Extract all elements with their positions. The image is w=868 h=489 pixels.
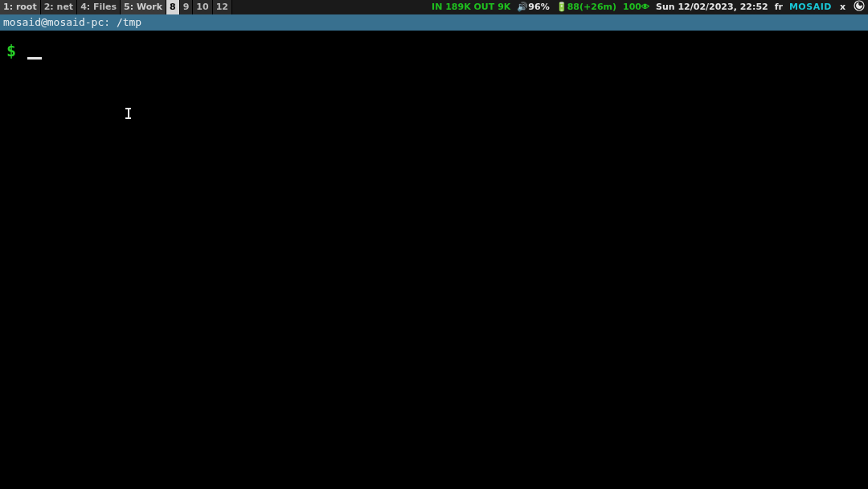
workspace-8[interactable]: 8: [166, 0, 180, 14]
clock: Sun 12/02/2023, 22:52: [656, 0, 768, 14]
mouse-pointer-icon: [125, 108, 131, 119]
tray-x[interactable]: x: [838, 0, 847, 14]
workspace-12[interactable]: 12: [213, 0, 232, 14]
obs-tray-icon[interactable]: [854, 0, 865, 14]
workspace-9[interactable]: 9: [180, 0, 194, 14]
volume-status[interactable]: 🔊96%: [517, 0, 549, 14]
battery-status: 🔋88(+26m): [556, 0, 616, 14]
workspace-10[interactable]: 10: [193, 0, 212, 14]
window-title: mosaid@mosaid-pc: /tmp: [0, 14, 868, 31]
terminal[interactable]: $: [0, 31, 868, 489]
network-status: IN 189K OUT 9K: [432, 0, 510, 14]
brightness-value: 100: [623, 2, 641, 12]
keyboard-layout[interactable]: fr: [775, 0, 783, 14]
text-cursor: [27, 45, 42, 60]
shell-prompt-symbol: $: [6, 42, 16, 60]
brightness-status: 100👁: [623, 0, 649, 14]
workspace-switcher: 1: root 2: net 4: Files 5: Work 8 9 10 1…: [0, 0, 232, 14]
workspace-5-work[interactable]: 5: Work: [121, 0, 166, 14]
workspace-1-root[interactable]: 1: root: [0, 0, 41, 14]
eye-icon: 👁: [641, 2, 649, 11]
workspace-2-net[interactable]: 2: net: [41, 0, 77, 14]
status-bar: 1: root 2: net 4: Files 5: Work 8 9 10 1…: [0, 0, 868, 14]
workspace-4-files[interactable]: 4: Files: [77, 0, 121, 14]
brand-label: MOSAID: [789, 0, 832, 14]
prompt-line: $: [6, 42, 862, 60]
status-area: IN 189K OUT 9K 🔊96% 🔋88(+26m) 100👁 Sun 1…: [432, 0, 868, 14]
